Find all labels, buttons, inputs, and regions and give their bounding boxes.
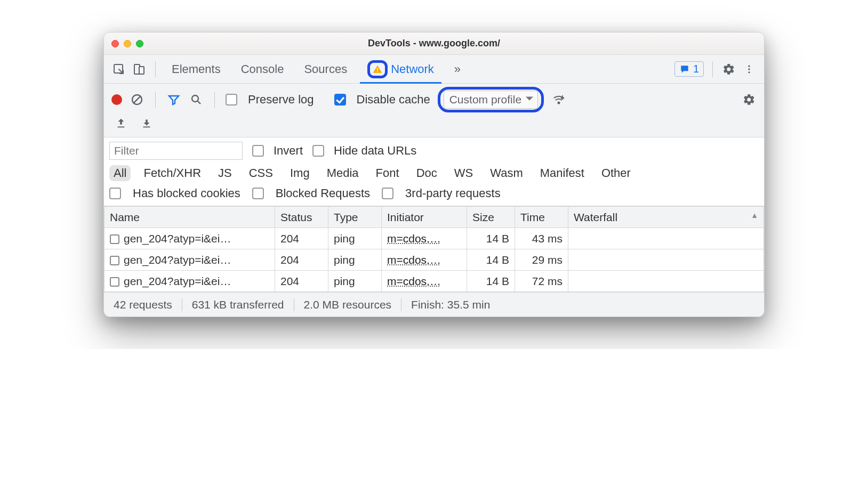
col-waterfall-header[interactable]: Waterfall bbox=[568, 207, 764, 228]
cell-status: 204 bbox=[275, 271, 328, 292]
col-size-header[interactable]: Size bbox=[467, 207, 515, 228]
chip-ws[interactable]: WS bbox=[450, 165, 477, 181]
chip-media[interactable]: Media bbox=[323, 165, 363, 181]
table-row[interactable]: gen_204?atyp=i&ei…204pingm=cdos,…14 B72 … bbox=[105, 271, 764, 292]
file-icon bbox=[110, 234, 119, 244]
hide-data-urls-checkbox[interactable] bbox=[312, 145, 324, 157]
record-button[interactable] bbox=[111, 94, 122, 105]
cell-type: ping bbox=[328, 228, 382, 249]
tab-network-label: Network bbox=[391, 62, 434, 76]
col-status-header[interactable]: Status bbox=[275, 207, 328, 228]
chip-other[interactable]: Other bbox=[597, 165, 635, 181]
cell-size: 14 B bbox=[467, 228, 515, 249]
svg-point-7 bbox=[748, 71, 750, 73]
cell-status: 204 bbox=[275, 228, 328, 249]
blocked-requests-checkbox[interactable] bbox=[252, 188, 264, 199]
cell-name: gen_204?atyp=i&ei… bbox=[124, 232, 231, 245]
filter-input[interactable] bbox=[109, 142, 243, 160]
disable-cache-label: Disable cache bbox=[357, 93, 430, 107]
status-finish: Finish: 35.5 min bbox=[391, 298, 490, 311]
throttling-select[interactable]: Custom profile bbox=[444, 91, 538, 109]
col-type-header[interactable]: Type bbox=[328, 207, 382, 228]
svg-point-10 bbox=[192, 95, 198, 102]
chip-img[interactable]: Img bbox=[286, 165, 314, 181]
issues-count: 1 bbox=[693, 63, 699, 75]
disable-cache-checkbox[interactable] bbox=[334, 94, 346, 106]
table-row[interactable]: gen_204?atyp=i&ei…204pingm=cdos,…14 B43 … bbox=[105, 228, 764, 249]
device-toolbar-icon[interactable] bbox=[132, 62, 147, 77]
cell-initiator[interactable]: m=cdos,… bbox=[387, 232, 441, 245]
preserve-log-label: Preserve log bbox=[248, 93, 314, 107]
more-menu-icon[interactable] bbox=[742, 62, 757, 77]
network-toolbar: Preserve log Disable cache Custom profil… bbox=[104, 84, 764, 137]
chip-js[interactable]: JS bbox=[214, 165, 236, 181]
cell-waterfall bbox=[568, 249, 764, 271]
network-conditions-icon[interactable] bbox=[551, 92, 566, 107]
issues-badge[interactable]: 1 bbox=[674, 61, 704, 77]
svg-line-9 bbox=[133, 96, 141, 103]
type-filter-chips: All Fetch/XHR JS CSS Img Media Font Doc … bbox=[109, 165, 759, 181]
settings-icon[interactable] bbox=[721, 62, 736, 77]
third-party-checkbox[interactable] bbox=[382, 188, 393, 199]
divider bbox=[155, 92, 156, 108]
import-har-icon[interactable] bbox=[114, 116, 128, 131]
col-time-header[interactable]: Time bbox=[515, 207, 568, 228]
throttle-highlight-ring: Custom profile bbox=[438, 87, 544, 112]
chip-manifest[interactable]: Manifest bbox=[536, 165, 589, 181]
svg-rect-4 bbox=[377, 70, 378, 71]
search-icon[interactable] bbox=[189, 92, 204, 107]
tab-elements[interactable]: Elements bbox=[164, 55, 228, 83]
tab-network[interactable]: Network bbox=[360, 55, 441, 83]
chip-wasm[interactable]: Wasm bbox=[486, 165, 527, 181]
chip-css[interactable]: CSS bbox=[245, 165, 277, 181]
svg-rect-13 bbox=[118, 126, 125, 127]
cell-waterfall bbox=[568, 271, 764, 292]
chip-font[interactable]: Font bbox=[372, 165, 404, 181]
devtools-window: DevTools - www.google.com/ Elements Cons… bbox=[103, 32, 765, 317]
cell-time: 72 ms bbox=[515, 271, 568, 292]
chip-fetch-xhr[interactable]: Fetch/XHR bbox=[139, 165, 205, 181]
requests-table: Name Status Type Initiator Size Time Wat… bbox=[104, 206, 764, 292]
cell-initiator[interactable]: m=cdos,… bbox=[387, 254, 441, 266]
cell-time: 29 ms bbox=[515, 249, 568, 271]
filter-toggle-icon[interactable] bbox=[166, 92, 181, 107]
network-settings-icon[interactable] bbox=[742, 92, 757, 107]
tab-sources[interactable]: Sources bbox=[296, 55, 355, 83]
clear-button-icon[interactable] bbox=[130, 92, 144, 107]
cell-size: 14 B bbox=[467, 271, 515, 292]
tab-console[interactable]: Console bbox=[234, 55, 292, 83]
col-name-header[interactable]: Name bbox=[105, 207, 275, 228]
file-icon bbox=[110, 256, 119, 265]
table-row[interactable]: gen_204?atyp=i&ei…204pingm=cdos,…14 B29 … bbox=[105, 249, 764, 271]
tabs-overflow-button[interactable]: » bbox=[447, 55, 468, 83]
divider bbox=[712, 61, 713, 77]
preserve-log-checkbox[interactable] bbox=[226, 94, 237, 106]
file-icon bbox=[110, 277, 119, 287]
chip-doc[interactable]: Doc bbox=[412, 165, 441, 181]
divider bbox=[214, 92, 215, 108]
filter-bar: Invert Hide data URLs All Fetch/XHR JS C… bbox=[104, 137, 764, 206]
cell-size: 14 B bbox=[467, 249, 515, 271]
export-har-icon[interactable] bbox=[139, 116, 154, 131]
invert-label: Invert bbox=[274, 144, 303, 158]
col-initiator-header[interactable]: Initiator bbox=[382, 207, 467, 228]
chip-all[interactable]: All bbox=[109, 165, 131, 181]
cell-waterfall bbox=[568, 228, 764, 249]
cell-name: gen_204?atyp=i&ei… bbox=[124, 254, 231, 266]
status-bar: 42 requests 631 kB transferred 2.0 MB re… bbox=[104, 292, 764, 317]
inspect-element-icon[interactable] bbox=[111, 62, 126, 77]
invert-checkbox[interactable] bbox=[252, 145, 264, 157]
issues-icon bbox=[679, 64, 690, 75]
cell-type: ping bbox=[328, 271, 382, 292]
svg-point-5 bbox=[748, 65, 750, 67]
cell-type: ping bbox=[328, 249, 382, 271]
cell-time: 43 ms bbox=[515, 228, 568, 249]
has-blocked-cookies-checkbox[interactable] bbox=[109, 188, 121, 199]
svg-point-6 bbox=[748, 68, 750, 70]
main-tabs-bar: Elements Console Sources Network » 1 bbox=[104, 55, 764, 84]
cell-initiator[interactable]: m=cdos,… bbox=[387, 275, 441, 287]
cell-status: 204 bbox=[275, 249, 328, 271]
status-resources: 2.0 MB resources bbox=[284, 298, 392, 311]
svg-rect-3 bbox=[377, 68, 378, 70]
svg-line-11 bbox=[198, 101, 200, 104]
